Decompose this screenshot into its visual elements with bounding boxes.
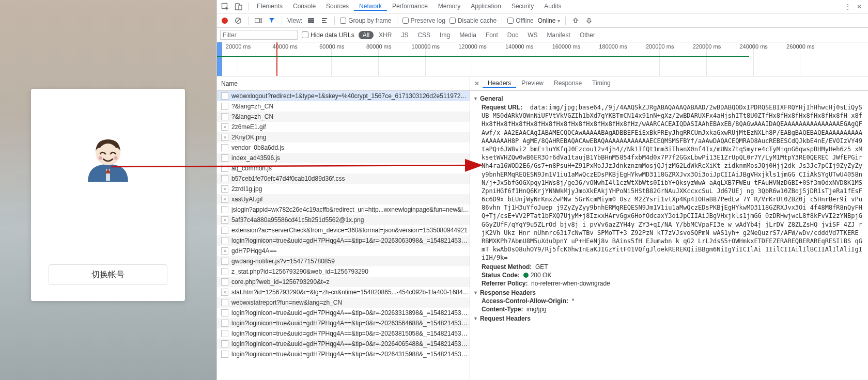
hide-data-urls-checkbox[interactable]: Hide data URLs	[302, 31, 354, 39]
devtools-panel: ElementsConsoleSourcesNetworkPerformance…	[216, 0, 868, 380]
clear-icon[interactable]	[234, 16, 243, 25]
file-icon	[221, 144, 228, 151]
timeline-tick: 240000 ms	[739, 43, 768, 50]
devtools-close-icon[interactable]: ✕	[857, 3, 862, 10]
large-rows-icon[interactable]	[306, 16, 316, 25]
record-button[interactable]	[220, 16, 229, 25]
devtools-tab-audits[interactable]: Audits	[539, 3, 566, 10]
devtools-tab-performance[interactable]: Performance	[387, 3, 433, 10]
acao-row: Access-Control-Allow-Origin: *	[473, 297, 865, 305]
request-row[interactable]: aq_common.js	[217, 163, 470, 173]
filter-type-css[interactable]: CSS	[413, 31, 435, 39]
device-toolbar-icon[interactable]	[233, 1, 245, 12]
filter-type-manifest[interactable]: Manifest	[543, 31, 575, 39]
timeline-tick: 220000 ms	[692, 43, 721, 50]
request-row[interactable]: login?loginicon=true&uuid=gdH7PHqg4A==&t…	[217, 235, 470, 246]
timeline-tick: 20000 ms	[224, 43, 253, 50]
request-row[interactable]: login?loginicon=true&uuid=gdH7PHqg4A==&t…	[217, 328, 470, 339]
request-row[interactable]: core.php?web_id=1256793290&t=z	[217, 277, 470, 287]
image-broken-icon	[221, 216, 228, 224]
request-row[interactable]: ?&lang=zh_CN	[217, 112, 470, 122]
request-row[interactable]: login?loginicon=true&uuid=gdH7PHqg4A==&t…	[217, 339, 470, 349]
request-row[interactable]: b57ceb1fe70efc47d4f0cab10d89d36f.css	[217, 173, 470, 184]
filter-input[interactable]	[220, 30, 298, 40]
filter-icon[interactable]	[267, 16, 276, 25]
devtools-tab-sources[interactable]: Sources	[321, 3, 354, 10]
request-row[interactable]: vendor_0b8a6dd.js	[217, 142, 470, 153]
devtools-tab-memory[interactable]: Memory	[433, 3, 466, 10]
column-header-name[interactable]: Name	[217, 76, 470, 91]
request-name: webwxlogout?redirect=1&type=1&skey=%40cr…	[231, 92, 470, 100]
camera-icon[interactable]	[254, 16, 263, 25]
request-row[interactable]: webwxlogout?redirect=1&type=1&skey=%40cr…	[217, 91, 470, 101]
devtools-tab-elements[interactable]: Elements	[252, 3, 288, 10]
referrer-policy-row: Referrer Policy: no-referrer-when-downgr…	[473, 280, 865, 287]
detail-tab-response[interactable]: Response	[549, 80, 587, 87]
offline-checkbox[interactable]: Offline	[507, 17, 533, 24]
inspect-element-icon[interactable]	[219, 1, 231, 12]
devtools-tab-console[interactable]: Console	[288, 3, 321, 10]
request-method-row: Request Method: GET	[473, 263, 865, 271]
network-toolbar: View: Group by frame Preserve log Disabl…	[217, 13, 868, 28]
request-row[interactable]: ?&lang=zh_CN	[217, 101, 470, 112]
request-row[interactable]: index_ad43596.js	[217, 153, 470, 163]
request-list: Name webwxlogout?redirect=1&type=1&skey=…	[217, 76, 470, 380]
section-general[interactable]: General	[473, 95, 865, 102]
request-row[interactable]: xasUyAI.gif	[217, 194, 470, 204]
svg-point-4	[99, 156, 102, 160]
filter-type-other[interactable]: Other	[576, 31, 599, 39]
timeline-tick: 180000 ms	[599, 43, 628, 50]
request-row[interactable]: login?loginicon=true&uuid=gdH7PHqg4A==&t…	[217, 308, 470, 318]
request-row[interactable]: login?loginicon=true&uuid=gdH7PHqg4A==&t…	[217, 318, 470, 328]
file-icon	[221, 206, 228, 213]
request-row[interactable]: jslogin?appid=wx782c26e4c19acffb&redirec…	[217, 204, 470, 215]
request-name: jslogin?appid=wx782c26e4c19acffb&redirec…	[231, 206, 470, 213]
filter-type-all[interactable]: All	[359, 31, 374, 39]
image-broken-icon	[221, 185, 228, 193]
image-broken-icon	[221, 134, 228, 141]
request-row[interactable]: webwxstatreport?fun=new&lang=zh_CN	[217, 297, 470, 308]
close-detail-icon[interactable]: ✕	[472, 80, 482, 87]
disable-cache-checkbox[interactable]: Disable cache	[450, 17, 497, 24]
request-row[interactable]: 2z6meE1.gif	[217, 122, 470, 132]
devtools-tab-application[interactable]: Application	[466, 3, 506, 10]
filter-type-js[interactable]: JS	[397, 31, 412, 39]
filter-type-media[interactable]: Media	[455, 31, 481, 39]
file-icon	[221, 278, 228, 286]
file-icon	[221, 113, 228, 120]
filter-type-font[interactable]: Font	[482, 31, 502, 39]
upload-icon[interactable]	[571, 16, 580, 25]
devtools-tab-security[interactable]: Security	[506, 3, 539, 10]
timeline-tick: 260000 ms	[786, 43, 815, 50]
devtools-menu-icon[interactable]: ⋮	[844, 3, 851, 11]
timeline-overview[interactable]: 20000 ms40000 ms60000 ms80000 ms100000 m…	[217, 42, 868, 76]
request-row[interactable]: gwdang-notifier.js?v=1547715780859	[217, 256, 470, 266]
switch-account-button[interactable]: 切换帐号	[49, 264, 167, 285]
filter-type-ws[interactable]: WS	[523, 31, 541, 39]
request-row[interactable]: 2zrdI1g.jpg	[217, 184, 470, 194]
group-by-frame-checkbox[interactable]: Group by frame	[340, 17, 391, 24]
detail-tab-headers[interactable]: Headers	[483, 80, 516, 88]
devtools-tab-network[interactable]: Network	[354, 3, 387, 11]
filter-type-xhr[interactable]: XHR	[375, 31, 396, 39]
request-row[interactable]: extension?ac=serverCheck&from_device=360…	[217, 225, 470, 235]
throttling-select[interactable]: Online ▾	[538, 17, 560, 24]
request-name: stat.htm?id=1256793290&r=&lg=zh-cn&ntime…	[231, 289, 470, 296]
request-row[interactable]: 5af37c4a880a95586cd41c5b251d5562@1x.png	[217, 215, 470, 225]
preserve-log-checkbox[interactable]: Preserve log	[402, 17, 445, 24]
request-row[interactable]: 2KriyDK.png	[217, 132, 470, 142]
section-request-headers[interactable]: Request Headers	[473, 315, 865, 322]
download-icon[interactable]	[584, 16, 594, 25]
devtools-tabbar: ElementsConsoleSourcesNetworkPerformance…	[217, 0, 868, 13]
detail-tab-preview[interactable]: Preview	[516, 80, 549, 87]
request-row[interactable]: z_stat.php?id=1256793290&web_id=12567932…	[217, 266, 470, 277]
filter-type-doc[interactable]: Doc	[503, 31, 522, 39]
filter-type-img[interactable]: Img	[436, 31, 454, 39]
request-row[interactable]: gdH7PHqg4A==	[217, 246, 470, 256]
timeline-tick: 160000 ms	[552, 43, 581, 50]
detail-tab-timing[interactable]: Timing	[587, 80, 616, 87]
overview-icon[interactable]	[320, 16, 329, 25]
section-response-headers[interactable]: Response Headers	[473, 289, 865, 296]
request-row[interactable]: stat.htm?id=1256793290&r=&lg=zh-cn&ntime…	[217, 287, 470, 297]
request-row[interactable]: login?loginicon=true&uuid=gdH7PHqg4A==&t…	[217, 349, 470, 359]
